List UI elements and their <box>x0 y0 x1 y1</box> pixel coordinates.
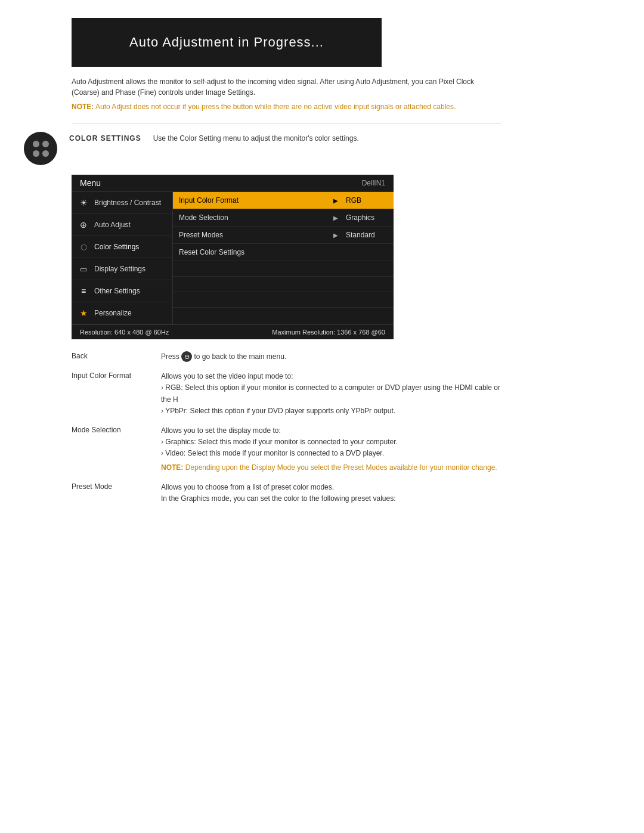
preset-mode-desc: Allows you to choose from a list of pres… <box>161 482 501 493</box>
osd-right-content: Input Color Format ▶ RGB Mode Selection … <box>173 192 394 324</box>
dot-1 <box>33 141 39 147</box>
osd-nav-other-label: Other Settings <box>94 287 140 295</box>
mode-selection-item-2: Video: Select this mode if your monitor … <box>161 448 501 459</box>
input-color-format-desc: Allows you to set the video input mode t… <box>161 371 501 382</box>
osd-header: Menu DellIN1 <box>72 175 394 192</box>
osd-empty-1 <box>173 261 394 277</box>
preset-mode-desc2: In the Graphics mode, you can set the co… <box>161 493 501 504</box>
mode-selection-body: Allows you to set the display mode to: G… <box>161 425 501 473</box>
main-content: Auto Adjustment in Progress... Auto Adju… <box>72 0 644 833</box>
input-color-format-list: RGB: Select this option if your monitor … <box>161 382 501 417</box>
input-color-format-item-2: YPbPr: Select this option if your DVD pl… <box>161 405 501 417</box>
mode-selection-label: Mode Selection <box>72 425 161 473</box>
section-divider <box>72 123 501 123</box>
other-icon <box>78 285 89 297</box>
mode-selection-list: Graphics: Select this mode if your monit… <box>161 436 501 459</box>
osd-nav-other[interactable]: Other Settings <box>72 280 172 302</box>
color-settings-desc: Use the Color Setting menu to adjust the… <box>153 132 359 143</box>
note-label: NOTE: <box>72 103 94 111</box>
osd-row-preset-value: Standard <box>340 231 388 239</box>
dot-3 <box>33 150 39 157</box>
osd-left-nav: Brightness / Contrast Auto Adjust Color … <box>72 192 173 324</box>
osd-empty-2 <box>173 277 394 292</box>
osd-row-mode-arrow: ▶ <box>332 215 340 221</box>
osd-nav-personalize-label: Personalize <box>94 309 132 317</box>
mode-note-body: Depending upon the Display Mode you sele… <box>183 463 497 472</box>
mode-note-label: NOTE: <box>161 463 183 472</box>
osd-row-input-color-arrow: ▶ <box>332 197 340 204</box>
back-label: Back <box>72 351 161 363</box>
mode-selection-section: Mode Selection Allows you to set the dis… <box>72 425 501 473</box>
back-section: Back Press ⊖ to go back to the main menu… <box>72 351 501 363</box>
back-text-suffix: to go back to the main menu. <box>194 352 286 361</box>
osd-nav-color-label: Color Settings <box>94 243 139 251</box>
mode-selection-note: NOTE: Depending upon the Display Mode yo… <box>161 462 501 473</box>
mode-selection-desc: Allows you to set the display mode to: <box>161 425 501 436</box>
color-settings-label: COLOR SETTINGS <box>69 132 141 143</box>
osd-empty-3 <box>173 292 394 308</box>
osd-nav-autoadjust-label: Auto Adjust <box>94 221 131 229</box>
color-dots <box>33 141 49 157</box>
color-settings-icon <box>24 132 57 165</box>
osd-row-preset-modes[interactable]: Preset Modes ▶ Standard <box>173 227 394 244</box>
preset-mode-body: Allows you to choose from a list of pres… <box>161 482 501 504</box>
color-settings-section: COLOR SETTINGS Use the Color Setting men… <box>72 132 632 165</box>
osd-row-input-color-value: RGB <box>340 196 388 205</box>
osd-row-mode-value: Graphics <box>340 213 388 222</box>
osd-row-mode-selection[interactable]: Mode Selection ▶ Graphics <box>173 209 394 227</box>
auto-adjust-box: Auto Adjustment in Progress... <box>72 18 382 67</box>
osd-nav-brightness-label: Brightness / Contrast <box>94 199 161 207</box>
back-button-icon: ⊖ <box>181 351 192 362</box>
auto-adjust-title: Auto Adjustment in Progress... <box>95 35 358 50</box>
back-body: Press ⊖ to go back to the main menu. <box>161 351 501 363</box>
osd-row-input-color-label: Input Color Format <box>179 196 332 205</box>
osd-max-resolution: Maximum Resolution: 1366 x 768 @60 <box>272 329 385 336</box>
osd-menu: Menu DellIN1 Brightness / Contrast Auto … <box>72 175 394 339</box>
osd-row-input-color-format[interactable]: Input Color Format ▶ RGB <box>173 192 394 209</box>
osd-footer: Resolution: 640 x 480 @ 60Hz Maximum Res… <box>72 324 394 339</box>
note-body: Auto Adjust does not occur if you press … <box>94 103 456 111</box>
osd-nav-display-label: Display Settings <box>94 265 145 273</box>
osd-nav-brightness[interactable]: Brightness / Contrast <box>72 192 172 214</box>
dot-4 <box>42 150 49 157</box>
color-icon <box>78 241 89 253</box>
mode-selection-item-1: Graphics: Select this mode if your monit… <box>161 436 501 448</box>
personalize-icon <box>78 307 89 319</box>
auto-adjust-description: Auto Adjustment allows the monitor to se… <box>72 76 501 98</box>
brightness-icon <box>78 197 89 209</box>
input-color-format-section: Input Color Format Allows you to set the… <box>72 371 501 417</box>
osd-nav-color[interactable]: Color Settings <box>72 236 172 258</box>
osd-nav-personalize[interactable]: Personalize <box>72 302 172 324</box>
osd-row-mode-label: Mode Selection <box>179 213 332 222</box>
osd-header-menu-label: Menu <box>80 178 101 188</box>
osd-row-reset-label: Reset Color Settings <box>179 248 388 256</box>
input-color-format-item-1: RGB: Select this option if your monitor … <box>161 382 501 405</box>
input-color-format-label: Input Color Format <box>72 371 161 417</box>
back-text-prefix: Press <box>161 352 179 361</box>
osd-row-preset-arrow: ▶ <box>332 232 340 239</box>
osd-nav-display[interactable]: Display Settings <box>72 258 172 280</box>
osd-header-model: DellIN1 <box>362 179 385 187</box>
osd-body: Brightness / Contrast Auto Adjust Color … <box>72 192 394 324</box>
left-border-lines <box>0 0 72 833</box>
osd-row-preset-label: Preset Modes <box>179 231 332 239</box>
osd-row-reset-color[interactable]: Reset Color Settings <box>173 244 394 261</box>
dot-2 <box>42 141 49 147</box>
preset-mode-label: Preset Mode <box>72 482 161 504</box>
osd-resolution: Resolution: 640 x 480 @ 60Hz <box>80 329 169 336</box>
osd-nav-autoadjust[interactable]: Auto Adjust <box>72 214 172 236</box>
preset-mode-section: Preset Mode Allows you to choose from a … <box>72 482 501 504</box>
display-icon <box>78 263 89 275</box>
auto-adjust-note: NOTE: Auto Adjust does not occur if you … <box>72 101 501 112</box>
autoadjust-icon <box>78 219 89 231</box>
input-color-format-body: Allows you to set the video input mode t… <box>161 371 501 417</box>
